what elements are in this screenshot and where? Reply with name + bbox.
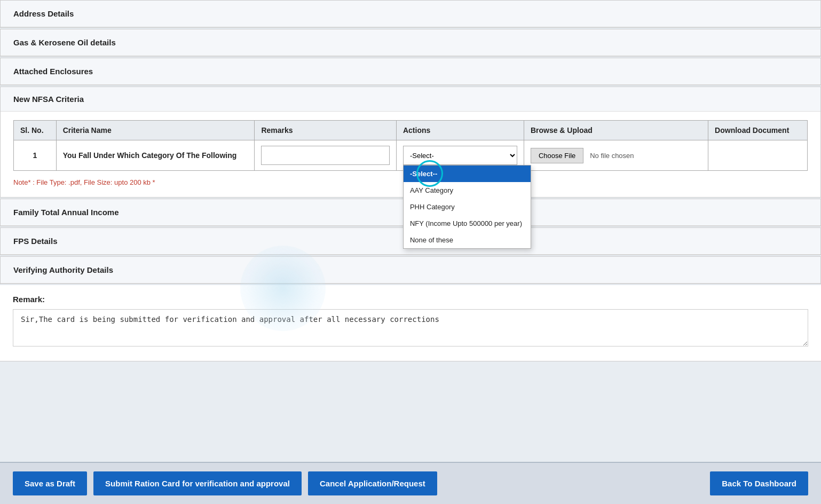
submit-button[interactable]: Submit Ration Card for verification and … [93, 471, 302, 495]
download-document-cell [708, 140, 808, 171]
dropdown-option-nfy[interactable]: NFY (Income Upto 500000 per year) [404, 215, 531, 232]
col-actions: Actions [396, 121, 524, 140]
category-dropdown-wrapper: -Select- AAY Category PHH Category NFY (… [403, 146, 517, 165]
criteria-table: Sl. No. Criteria Name Remarks Actions Br… [13, 120, 808, 171]
criteria-name-cell: You Fall Under Which Category Of The Fol… [56, 140, 255, 171]
table-row: 1 You Fall Under Which Category Of The F… [14, 140, 808, 171]
attached-enclosures-section: Attached Enclosures [0, 58, 821, 85]
actions-cell: -Select- AAY Category PHH Category NFY (… [396, 140, 524, 171]
dropdown-open-overlay: -Select-- AAY Category PHH Category NFY … [403, 165, 531, 249]
col-criteria-name: Criteria Name [56, 121, 255, 140]
footer-buttons: Save as Draft Submit Ration Card for ver… [0, 462, 821, 504]
nfsa-section: New NFSA Criteria Sl. No. Criteria Name … [0, 86, 821, 198]
dropdown-option-select[interactable]: -Select-- [404, 166, 531, 182]
nfsa-content: Sl. No. Criteria Name Remarks Actions Br… [1, 112, 820, 197]
address-details-section: Address Details [0, 0, 821, 28]
category-select[interactable]: -Select- AAY Category PHH Category NFY (… [403, 146, 517, 165]
nfsa-header[interactable]: New NFSA Criteria [1, 87, 820, 112]
dropdown-option-phh[interactable]: PHH Category [404, 199, 531, 215]
col-remarks: Remarks [255, 121, 397, 140]
col-download-document: Download Document [708, 121, 808, 140]
dropdown-option-aay[interactable]: AAY Category [404, 182, 531, 199]
remark-textarea[interactable]: Sir,The card is being submitted for veri… [13, 309, 808, 346]
gas-kerosene-section: Gas & Kerosene Oil details [0, 29, 821, 57]
remarks-cell [255, 140, 397, 171]
dropdown-option-none[interactable]: None of these [404, 232, 531, 248]
col-sl-no: Sl. No. [14, 121, 57, 140]
col-browse-upload: Browse & Upload [524, 121, 708, 140]
verifying-authority-section: Verifying Authority Details [0, 256, 821, 284]
attached-enclosures-header[interactable]: Attached Enclosures [1, 58, 820, 85]
page-wrapper: Address Details Gas & Kerosene Oil detai… [0, 0, 821, 504]
sl-no-cell: 1 [14, 140, 57, 171]
remark-section: Remark: Sir,The card is being submitted … [0, 285, 821, 361]
remarks-input[interactable] [261, 146, 390, 165]
verifying-authority-header[interactable]: Verifying Authority Details [1, 257, 820, 284]
address-details-header[interactable]: Address Details [1, 1, 820, 27]
back-to-dashboard-button[interactable]: Back To Dashboard [710, 471, 808, 495]
no-file-label: No file chosen [590, 152, 634, 160]
choose-file-button[interactable]: Choose File [531, 148, 583, 163]
save-draft-button[interactable]: Save as Draft [13, 471, 87, 495]
browse-upload-cell: Choose File No file chosen [524, 140, 708, 171]
remark-label: Remark: [13, 295, 808, 304]
cancel-button[interactable]: Cancel Application/Request [308, 471, 437, 495]
gas-kerosene-header[interactable]: Gas & Kerosene Oil details [1, 29, 820, 56]
